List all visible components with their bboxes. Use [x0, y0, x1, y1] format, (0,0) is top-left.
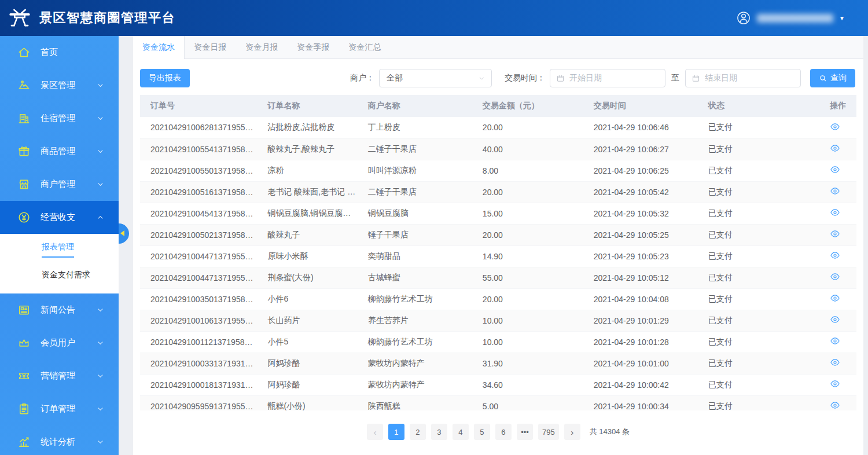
- merchant-select[interactable]: 全部: [379, 69, 492, 87]
- cell-time: 2021-04-29 10:06:46: [588, 117, 703, 138]
- pagination-page-3[interactable]: 3: [431, 424, 447, 440]
- cell-merchant: 叫叫洋源凉粉: [362, 160, 477, 181]
- cell-merchant: 柳韵藤竹艺术工坊: [362, 288, 477, 310]
- column-header: 订单号: [140, 95, 262, 117]
- sidebar-item-label: 新闻公告: [41, 304, 96, 315]
- cell-time: 2021-04-29 10:06:25: [588, 160, 703, 181]
- view-detail-eye-icon[interactable]: [830, 207, 840, 218]
- sidebar-item-order[interactable]: 订单管理: [0, 392, 119, 425]
- cell-merchant: 古城蜂蜜: [362, 267, 477, 288]
- collapse-arrow-icon: [120, 230, 124, 236]
- cell-order-name: 酸辣丸子: [262, 224, 362, 245]
- chevron-down-icon: [96, 81, 105, 90]
- calendar-icon: [556, 74, 565, 83]
- cell-action: [824, 203, 856, 224]
- submenu-item-label: 资金支付需求: [42, 270, 90, 280]
- content-panel: 资金流水资金日报资金月报资金季报资金汇总 导出报表 商户： 全部 交易时间： 开…: [133, 36, 863, 455]
- view-detail-eye-icon[interactable]: [830, 379, 840, 389]
- view-detail-eye-icon[interactable]: [830, 229, 840, 239]
- search-button[interactable]: 查询: [810, 69, 855, 87]
- sidebar-item-finance[interactable]: 经营收支: [0, 201, 119, 234]
- cell-order-no: 202104291000181371931025: [140, 374, 262, 395]
- pagination-ellipsis[interactable]: •••: [517, 424, 533, 440]
- cell-amount: 10.00: [477, 310, 588, 331]
- stats-icon: [17, 435, 31, 449]
- cell-action: [824, 117, 856, 138]
- tab-4[interactable]: 资金汇总: [339, 36, 391, 58]
- pagination-prev-icon[interactable]: ‹: [367, 424, 383, 440]
- sidebar-item-member[interactable]: 会员用户: [0, 326, 119, 359]
- sidebar-item-label: 商户管理: [41, 179, 96, 190]
- cell-amount: 20.00: [477, 288, 588, 310]
- view-detail-eye-icon[interactable]: [830, 271, 840, 282]
- cell-status: 已支付: [703, 245, 824, 267]
- pagination-page-6[interactable]: 6: [495, 424, 512, 440]
- order-icon: [17, 402, 31, 416]
- sidebar-item-goods[interactable]: 商品管理: [0, 135, 119, 168]
- pagination: ‹123456•••795›共 14304 条: [133, 410, 863, 455]
- view-detail-eye-icon[interactable]: [830, 314, 840, 325]
- cell-amount: 55.00: [477, 267, 588, 288]
- cell-merchant: 二锤子干果店: [362, 181, 477, 203]
- tab-0[interactable]: 资金流水: [133, 36, 185, 58]
- user-menu[interactable]: ▼: [736, 10, 868, 25]
- start-date-input[interactable]: 开始日期: [550, 69, 665, 87]
- tab-3[interactable]: 资金季报: [288, 36, 339, 58]
- view-detail-eye-icon[interactable]: [830, 122, 840, 132]
- submenu-item-payment[interactable]: 资金支付需求: [0, 262, 119, 288]
- end-date-input[interactable]: 结束日期: [685, 69, 801, 87]
- news-icon: [17, 303, 31, 317]
- top-header: 景区智慧商圈管理平台 ▼: [0, 0, 868, 36]
- sidebar-item-marketing[interactable]: 营销管理: [0, 359, 119, 392]
- cell-status: 已支付: [703, 267, 824, 288]
- view-detail-eye-icon[interactable]: [830, 293, 840, 303]
- view-detail-eye-icon[interactable]: [830, 186, 840, 196]
- view-detail-eye-icon[interactable]: [830, 164, 840, 175]
- chevron-down-icon: [96, 372, 105, 380]
- sidebar-item-merchant[interactable]: 商户管理: [0, 168, 119, 201]
- pagination-page-2[interactable]: 2: [410, 424, 426, 440]
- pagination-page-795[interactable]: 795: [538, 424, 559, 440]
- sidebar-item-scenic[interactable]: 景区管理: [0, 69, 119, 102]
- filter-controls: 商户： 全部 交易时间： 开始日期 至 结束日期 查询: [350, 69, 855, 87]
- cell-merchant: 柳韵藤竹艺术工坊: [362, 331, 477, 353]
- orders-table: 订单号订单名称商户名称交易金额（元）交易时间状态操作 2021042910062…: [140, 95, 856, 410]
- sidebar-item-news[interactable]: 新闻公告: [0, 293, 119, 326]
- export-report-button[interactable]: 导出报表: [140, 69, 190, 87]
- app-logo-icon: [8, 8, 32, 28]
- table-row: 202104291005161371958615老书记 酸辣面,老书记 酸辣面二…: [140, 181, 856, 203]
- cell-amount: 8.00: [477, 160, 588, 181]
- pagination-page-4[interactable]: 4: [453, 424, 469, 440]
- sidebar-submenu: 报表管理资金支付需求: [0, 234, 119, 293]
- cell-time: 2021-04-29 10:01:29: [588, 310, 703, 331]
- sidebar-item-label: 首页: [41, 47, 105, 58]
- merchant-icon: [17, 178, 31, 191]
- view-detail-eye-icon[interactable]: [830, 357, 840, 368]
- chevron-up-icon: [96, 213, 105, 222]
- view-detail-eye-icon[interactable]: [830, 400, 840, 410]
- cell-order-no: 202104291004541371958647: [140, 203, 262, 224]
- pagination-next-icon[interactable]: ›: [564, 424, 580, 440]
- cell-action: [824, 310, 856, 331]
- view-detail-eye-icon[interactable]: [830, 143, 840, 153]
- sidebar-item-lodging[interactable]: 住宿管理: [0, 102, 119, 135]
- tab-1[interactable]: 资金日报: [185, 36, 236, 58]
- cell-order-no: 202104291001121371958361: [140, 331, 262, 353]
- cell-action: [824, 267, 856, 288]
- cell-status: 已支付: [703, 288, 824, 310]
- merchant-select-value: 全部: [387, 73, 403, 83]
- app-title: 景区智慧商圈管理平台: [39, 9, 175, 27]
- sidebar-item-home[interactable]: 首页: [0, 36, 119, 69]
- cell-amount: 20.00: [477, 117, 588, 138]
- pagination-page-1[interactable]: 1: [388, 424, 404, 440]
- submenu-item-report[interactable]: 报表管理: [0, 237, 119, 262]
- table-row: 202104291005501371958605凉粉叫叫洋源凉粉8.002021…: [140, 160, 856, 181]
- pagination-page-5[interactable]: 5: [474, 424, 490, 440]
- cell-merchant: 奕萌甜品: [362, 245, 477, 267]
- sidebar-item-stats[interactable]: 统计分析: [0, 425, 119, 455]
- tab-2[interactable]: 资金月报: [236, 36, 288, 58]
- cell-amount: 20.00: [477, 224, 588, 245]
- view-detail-eye-icon[interactable]: [830, 336, 840, 346]
- view-detail-eye-icon[interactable]: [830, 250, 840, 260]
- chevron-down-icon: [96, 306, 105, 314]
